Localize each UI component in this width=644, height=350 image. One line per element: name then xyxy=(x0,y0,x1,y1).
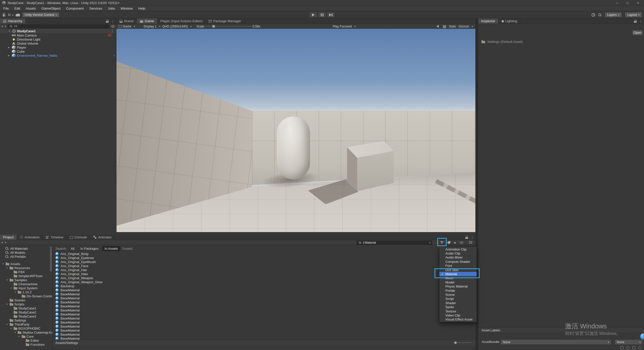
display-dropdown[interactable]: Display 1▾ xyxy=(144,24,160,29)
folder-item[interactable]: ▼ 1.14.2 xyxy=(0,290,52,294)
scene-visibility-icon[interactable] xyxy=(111,25,115,28)
type-filter-option[interactable]: Shader xyxy=(439,301,477,305)
favorite-item[interactable]: All Prefabs xyxy=(0,254,52,259)
menu-item[interactable]: Edit xyxy=(12,6,23,11)
favorite-item[interactable]: All Materials xyxy=(0,246,52,250)
hierarchy-item[interactable]: ▶ Environment_Narrow_Walls › xyxy=(0,53,116,57)
type-filter-option[interactable]: Animation Clip xyxy=(439,247,477,251)
panel-menu-icon[interactable]: ⋮ xyxy=(639,19,642,23)
expand-arrow-icon[interactable]: ▼ xyxy=(6,303,9,305)
play-focused-dropdown[interactable]: Play Focused▾ xyxy=(333,24,355,29)
scene-root-row[interactable]: StudyCase1 ⋮ xyxy=(0,29,116,33)
lock-icon[interactable] xyxy=(465,236,468,239)
folder-item[interactable]: Settings xyxy=(0,318,52,322)
folder-item[interactable]: Scenes xyxy=(0,298,52,302)
expand-arrow-icon[interactable]: ▶ xyxy=(7,54,11,57)
assetbundle-variant-dropdown[interactable]: None xyxy=(615,339,643,345)
folder-item[interactable]: ▼ Input System xyxy=(0,286,52,290)
expand-arrow-icon[interactable]: ▼ xyxy=(6,279,9,281)
type-filter-option[interactable]: Scene xyxy=(439,293,477,297)
cloud-icon[interactable] xyxy=(16,14,20,16)
type-filter-option[interactable]: Material xyxy=(439,272,477,276)
account-dropdown[interactable]: G▾ xyxy=(8,13,13,17)
open-asset-button[interactable]: Open xyxy=(632,30,643,35)
inspector-tab[interactable]: Inspector xyxy=(478,18,499,24)
asset-item[interactable]: BaseMaterial xyxy=(53,296,475,300)
asset-item[interactable]: Aris_Original_Weapon xyxy=(53,276,475,280)
asset-item[interactable]: BaseMaterial xyxy=(53,324,475,328)
collab-status-icon[interactable] xyxy=(626,346,629,349)
bottom-tab[interactable]: Timeline xyxy=(43,235,67,240)
viewport-tab[interactable]: Game xyxy=(137,18,157,24)
asset-item[interactable]: BaseMaterial xyxy=(53,316,475,320)
tree-scrollbar[interactable] xyxy=(50,246,52,272)
stats-button[interactable]: Stats xyxy=(449,24,456,29)
expand-arrow-icon[interactable]: ▶ xyxy=(7,46,11,49)
clear-search-icon[interactable]: × xyxy=(429,241,431,245)
game-mode-dropdown[interactable]: Game▾ xyxy=(118,24,135,29)
folder-item[interactable]: ▼ Core xyxy=(0,334,52,338)
asset-item[interactable]: BaseMaterial xyxy=(53,320,475,324)
lock-icon[interactable] xyxy=(634,20,637,23)
scene-menu-icon[interactable]: ⋮ xyxy=(111,29,114,33)
favorite-item[interactable]: All Models xyxy=(0,250,52,254)
type-filter-option[interactable]: Mesh xyxy=(439,276,477,280)
play-button[interactable] xyxy=(309,12,318,18)
type-filter-option[interactable]: Visual Effect Asset xyxy=(439,317,477,322)
expand-arrow-icon[interactable]: ▼ xyxy=(10,327,13,330)
hidden-packages-icon[interactable] xyxy=(460,241,463,244)
layers-dropdown[interactable]: Layers▾ xyxy=(605,12,622,17)
create-asset-button[interactable]: +▾ xyxy=(1,241,6,244)
scope-chip[interactable]: In Assets xyxy=(102,246,120,251)
type-filter-option[interactable]: Physic Material xyxy=(439,284,477,289)
expand-arrow-icon[interactable]: ▼ xyxy=(2,263,5,265)
menu-item[interactable]: Services xyxy=(86,6,105,11)
undo-history-icon[interactable] xyxy=(592,13,595,17)
hierarchy-item[interactable]: Cube xyxy=(0,49,116,53)
pause-button[interactable] xyxy=(318,12,326,18)
expand-arrow-icon[interactable]: ▼ xyxy=(14,291,17,293)
asset-item[interactable]: Aris_Original_Body xyxy=(53,252,475,256)
folder-item[interactable]: ▼ Scripts xyxy=(0,302,52,306)
panel-menu-icon[interactable]: ⋮ xyxy=(471,236,474,239)
asset-item[interactable]: Aris_Original_Face xyxy=(53,264,475,268)
notification-icon[interactable] xyxy=(632,346,635,349)
asset-item[interactable]: BaseMaterial xyxy=(53,300,475,304)
scope-chip[interactable]: All xyxy=(69,246,77,251)
asset-labels-header[interactable]: Asset Labels xyxy=(478,327,644,333)
type-filter-option[interactable]: Texture xyxy=(439,309,477,313)
close-button[interactable]: × xyxy=(637,1,639,5)
minimize-button[interactable]: – xyxy=(616,1,618,5)
type-filter-option[interactable]: Sprite xyxy=(439,305,477,309)
search-by-type-icon[interactable] xyxy=(440,241,444,244)
menu-item[interactable]: Help xyxy=(135,6,148,11)
account-icon[interactable] xyxy=(2,13,6,17)
hierarchy-search-input[interactable]: All xyxy=(7,24,110,28)
hierarchy-item[interactable]: Directional Light xyxy=(0,37,116,41)
collapse-arrow-icon[interactable] xyxy=(8,30,11,32)
hierarchy-item[interactable]: Main Camera xyxy=(0,33,116,37)
expand-arrow-icon[interactable]: ▼ xyxy=(10,287,13,289)
type-filter-option[interactable]: GUI Skin xyxy=(439,268,477,272)
viewport-tab[interactable]: Scene xyxy=(116,18,137,24)
tab-hierarchy[interactable]: Hierarchy xyxy=(0,18,26,24)
menu-item[interactable]: Assets xyxy=(23,6,39,11)
type-filter-option[interactable]: Script xyxy=(439,297,477,301)
hierarchy-item[interactable]: Global Volume xyxy=(0,41,116,45)
hierarchy-item[interactable]: ▶ Player xyxy=(0,45,116,49)
asset-item[interactable]: BaseMaterial xyxy=(53,288,475,292)
vsync-icon[interactable] xyxy=(443,24,446,29)
type-filter-option[interactable]: Compute Shader xyxy=(439,260,477,264)
asset-item[interactable]: BaseMaterial xyxy=(53,332,475,336)
activity-status-icon[interactable] xyxy=(638,346,641,349)
menu-item[interactable]: File xyxy=(1,6,12,11)
type-filter-option[interactable]: Video Clip xyxy=(439,313,477,317)
panel-menu-icon[interactable]: ⋮ xyxy=(111,19,114,23)
progress-badge-icon[interactable] xyxy=(640,333,644,339)
folder-item[interactable]: StudyCase1 xyxy=(0,306,52,310)
project-search-input[interactable]: t:Material × xyxy=(357,241,432,245)
type-filter-option[interactable]: Audio Clip xyxy=(439,251,477,255)
folder-item[interactable]: ▼ Resources xyxy=(0,266,52,270)
game-render-view[interactable] xyxy=(116,29,475,232)
asset-item[interactable]: Aris_Original_Eyebrow xyxy=(53,256,475,260)
